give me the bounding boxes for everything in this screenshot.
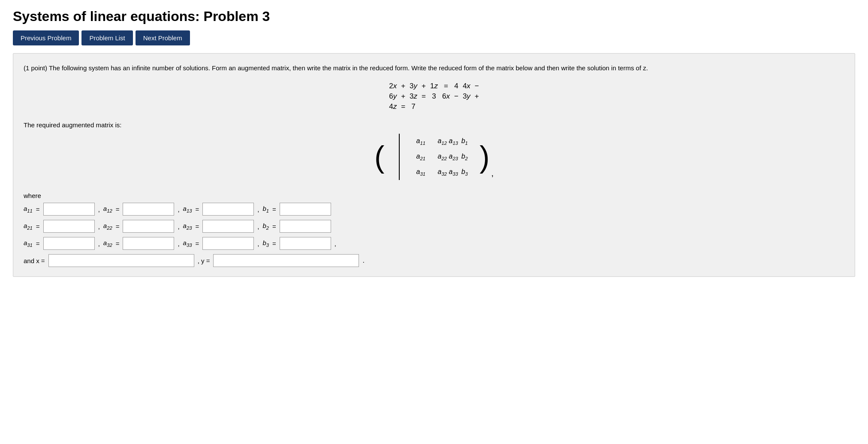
input-b1[interactable] (280, 203, 331, 216)
eq3-op1: − (454, 92, 458, 101)
input-a32[interactable] (123, 237, 174, 250)
comma-a22: , (178, 223, 179, 230)
mc-31: a31 (416, 168, 425, 177)
eq2-op2: + (401, 92, 405, 101)
next-problem-button[interactable]: Next Problem (136, 30, 190, 45)
eq1-lhs: 2x (389, 82, 397, 90)
comma-a32: , (178, 240, 179, 247)
eq-b2: = (272, 223, 276, 230)
mc-b3: b3 (461, 168, 468, 177)
input-a13[interactable] (202, 203, 254, 216)
input-a12[interactable] (123, 203, 174, 216)
fields-section: where a11 = , a12 = , a13 = , b1 = a21 =… (24, 192, 844, 267)
mc-b1: b1 (461, 137, 468, 146)
label-a22: a22 (103, 222, 112, 231)
eq-a13: = (195, 206, 199, 213)
matrix-left-paren: ( (374, 142, 384, 172)
mc-33: a33 (449, 168, 458, 177)
eq-a22: = (116, 223, 120, 230)
matrix-aug-divider (399, 134, 400, 180)
mc-22: a22 (438, 153, 447, 161)
eq1-t2: 1z (430, 82, 438, 90)
eq2-t1: 6y (389, 92, 397, 101)
eq2-t2: 3z (410, 92, 417, 101)
eq1-eq: = (442, 82, 450, 90)
input-row-1: a11 = , a12 = , a13 = , b1 = (24, 203, 844, 216)
eq3-eq: = (401, 102, 405, 111)
eq-a32: = (116, 240, 120, 247)
label-a32: a32 (103, 239, 112, 248)
input-b2[interactable] (280, 220, 331, 233)
input-x[interactable] (48, 254, 194, 267)
matrix-grid: a11 a12 a13 b1 a21 a22 a23 b2 a31 a32 a3… (386, 134, 478, 180)
input-a31[interactable] (43, 237, 95, 250)
eq1-t1: 3y (410, 82, 417, 90)
period: . (362, 257, 364, 264)
augmented-matrix-label: The required augmented matrix is: (24, 121, 844, 129)
and-x-label: and x = (24, 257, 45, 264)
eq1-op1: + (401, 82, 405, 90)
equations-block: 2x + 3y + 1z = 4 4x − 6y + 3z = 3 6x − 3… (24, 82, 844, 111)
label-a21: a21 (24, 222, 33, 231)
eq-a31: = (36, 240, 40, 247)
eq2-lhs: 4x (463, 82, 470, 90)
label-a33: a33 (183, 239, 192, 248)
eq3-t1: 3y (463, 92, 470, 101)
comma-a31: , (98, 240, 100, 247)
mc-b2: b2 (461, 153, 468, 161)
problem-intro: (1 point) The following system has an in… (24, 63, 844, 73)
mc-21: a21 (416, 153, 425, 161)
label-a31: a31 (24, 239, 33, 248)
label-a12: a12 (103, 205, 112, 213)
comma-a23: , (257, 223, 259, 230)
eq1-rhs: 4 (454, 82, 458, 90)
eq-b3: = (272, 240, 276, 247)
where-label: where (24, 192, 844, 199)
eq-a33: = (195, 240, 199, 247)
eq3-rhs: 7 (410, 102, 417, 111)
eq-b1: = (272, 206, 276, 213)
comma-a13: , (257, 206, 259, 213)
input-a22[interactable] (123, 220, 174, 233)
input-a11[interactable] (43, 203, 95, 216)
bottom-row: and x = , y = . (24, 254, 844, 267)
eq-a21: = (36, 223, 40, 230)
comma-b3: , (335, 240, 336, 247)
eq1-op2: + (422, 82, 426, 90)
label-b1: b1 (262, 205, 269, 213)
eq3-t2: 4z (389, 102, 397, 111)
eq2-rhs: 3 (430, 92, 438, 101)
input-y[interactable] (213, 254, 359, 267)
prev-problem-button[interactable]: Previous Problem (13, 30, 79, 45)
mc-12: a12 (438, 137, 447, 146)
nav-buttons: Previous Problem Problem List Next Probl… (13, 30, 855, 45)
comma-a33: , (257, 240, 259, 247)
matrix-center: ( a11 a12 a13 b1 a21 a22 a23 b2 a31 a32 … (24, 134, 844, 180)
matrix-comma: , (491, 168, 494, 180)
mc-32: a32 (438, 168, 447, 177)
label-a23: a23 (183, 222, 192, 231)
input-a23[interactable] (202, 220, 254, 233)
problem-box: (1 point) The following system has an in… (13, 53, 855, 277)
eq3-lhs: 6x (442, 92, 450, 101)
mc-11: a11 (416, 137, 425, 146)
comma-a11: , (98, 206, 100, 213)
label-b3: b3 (262, 239, 269, 248)
input-row-3: a31 = , a32 = , a33 = , b3 = , (24, 237, 844, 250)
eq2-op1: − (475, 82, 479, 90)
matrix-right-paren: ) (479, 142, 489, 172)
label-a13: a13 (183, 205, 192, 213)
comma-y-label: , y = (198, 257, 210, 264)
page-title: Systems of linear equations: Problem 3 (13, 9, 855, 24)
equations-table: 2x + 3y + 1z = 4 4x − 6y + 3z = 3 6x − 3… (389, 82, 479, 111)
input-b3[interactable] (280, 237, 331, 250)
comma-a12: , (178, 206, 179, 213)
input-a33[interactable] (202, 237, 254, 250)
input-row-2: a21 = , a22 = , a23 = , b2 = (24, 220, 844, 233)
input-a21[interactable] (43, 220, 95, 233)
problem-list-button[interactable]: Problem List (81, 30, 133, 45)
mc-23: a23 (449, 153, 458, 161)
matrix-wrapper: ( a11 a12 a13 b1 a21 a22 a23 b2 a31 a32 … (374, 134, 494, 180)
eq3-op2: + (475, 92, 479, 101)
eq-a23: = (195, 223, 199, 230)
